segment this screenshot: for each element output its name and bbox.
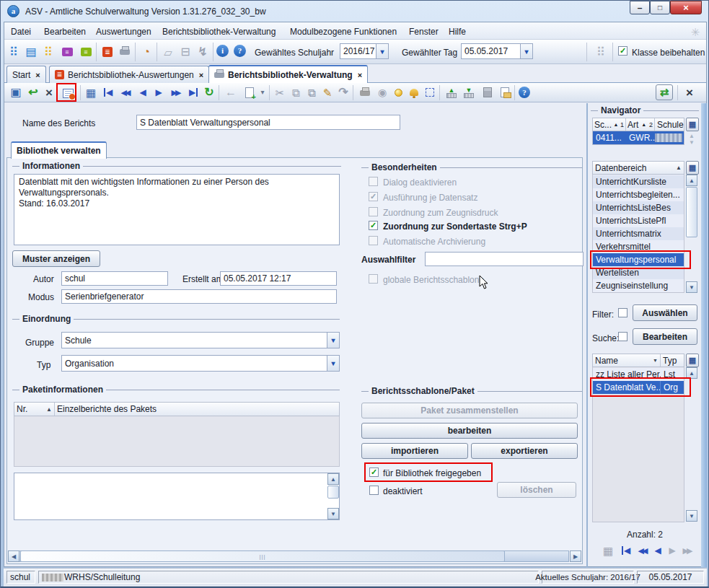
- purple-note-icon[interactable]: ≡: [58, 44, 76, 60]
- chevron-down-icon[interactable]: ▾: [376, 44, 388, 58]
- scrollbar-thumb[interactable]: [327, 486, 339, 499]
- help-icon[interactable]: ?: [234, 45, 246, 57]
- switch-view-button[interactable]: ⇄: [656, 84, 673, 100]
- school-col-art[interactable]: Art▲2: [626, 118, 655, 131]
- menu-datei[interactable]: Datei: [11, 27, 31, 37]
- green-note-icon[interactable]: ≡: [77, 44, 94, 60]
- scroll-up-button[interactable]: ▲: [327, 473, 339, 485]
- nav-rewind-icon[interactable]: ◀◀: [116, 85, 133, 100]
- window-disable-icon[interactable]: ⊟: [177, 44, 194, 60]
- reports-grid-button[interactable]: ▦: [686, 354, 699, 367]
- reports-col-typ[interactable]: Typ: [661, 354, 684, 367]
- record-rewind-icon[interactable]: ◀◀: [634, 544, 650, 557]
- gruppe-combobox[interactable]: Schule ▾: [61, 332, 340, 348]
- menu-modulbezogene-funktionen[interactable]: Modulbezogene Funktionen: [290, 27, 397, 37]
- informationen-textarea[interactable]: Datenblatt mit den wichtigsten Informati…: [14, 174, 340, 245]
- tab-berichtsbibliothek-auswertungen[interactable]: ≣ Berichtsbibliothek-Auswertungen ×: [49, 66, 209, 83]
- fuer-bibliothek-freigegeben-checkbox[interactable]: ✓: [369, 468, 379, 477]
- nav-last-icon[interactable]: ▶: [185, 85, 201, 100]
- nav-back-icon[interactable]: ◀: [135, 85, 151, 100]
- navigator-divider[interactable]: [586, 103, 588, 567]
- exportieren-button[interactable]: exportieren: [471, 443, 578, 459]
- close-icon[interactable]: ×: [199, 71, 203, 79]
- school-grid-button[interactable]: ▦: [686, 118, 699, 131]
- chevron-down-icon[interactable]: ▾: [327, 356, 339, 371]
- discard-icon[interactable]: ×: [41, 85, 57, 100]
- report-library-icon[interactable]: ≣: [99, 44, 116, 60]
- paket-col-nr[interactable]: Nr.▲: [14, 403, 55, 416]
- datenbereich-scroll-thumb[interactable]: [686, 187, 697, 237]
- nav-forward-icon[interactable]: ▶: [151, 85, 167, 100]
- auswahlfilter-input[interactable]: [425, 252, 584, 266]
- deaktiviert-checkbox[interactable]: [369, 486, 379, 495]
- scroll-down-button[interactable]: ▼: [327, 508, 339, 519]
- table-view-icon[interactable]: ▦: [83, 85, 99, 100]
- record-first-icon[interactable]: ◀: [620, 544, 633, 557]
- filter-checkbox[interactable]: [618, 308, 627, 317]
- school-col-schule[interactable]: Schule: [655, 118, 684, 131]
- datenbereich-header[interactable]: Datenbereich▲: [592, 161, 684, 175]
- scroll-left-button[interactable]: ◀: [8, 550, 19, 562]
- close-icon[interactable]: ×: [358, 71, 362, 79]
- edit-icon[interactable]: ✎: [320, 85, 335, 100]
- list-item-zeugniseinstellung[interactable]: Zeugniseinstellung: [593, 279, 684, 292]
- erstellt-am-input[interactable]: 05.05.2017 12:17: [220, 271, 337, 286]
- importieren-button[interactable]: importieren: [361, 443, 468, 459]
- menu-bearbeiten[interactable]: Bearbeiten: [44, 27, 86, 37]
- day-combobox[interactable]: 05.05.2017 ▾: [461, 43, 533, 59]
- report-row-s-datenblatt[interactable]: S Datenblatt Ve... Org: [593, 381, 684, 394]
- menu-berichtsbibliothek-verwaltung[interactable]: Berichtsbibliothek-Verwaltung: [162, 27, 276, 37]
- paket-col-einzelberichte[interactable]: Einzelberichte des Pakets: [55, 403, 339, 416]
- open-document-icon[interactable]: [497, 85, 513, 100]
- suche-checkbox[interactable]: [618, 332, 627, 341]
- report-name-input[interactable]: S Datenblatt Verwaltungspersonal: [136, 115, 400, 130]
- menu-auswertungen[interactable]: Auswertungen: [96, 27, 151, 37]
- muster-anzeigen-button[interactable]: Muster anzeigen: [12, 250, 100, 267]
- refresh-icon[interactable]: ↻: [201, 85, 217, 100]
- suche-bearbeiten-button[interactable]: Bearbeiten: [633, 328, 697, 345]
- close-pane-icon[interactable]: ×: [682, 85, 697, 100]
- import-basket-icon[interactable]: ▼: [461, 84, 477, 100]
- report-print-icon[interactable]: [116, 44, 133, 60]
- typ-combobox[interactable]: Organisation ▾: [61, 355, 340, 372]
- auswaehlen-button[interactable]: Auswählen: [633, 304, 697, 321]
- new-document-dropdown-icon[interactable]: ▾: [257, 85, 268, 100]
- school-year-combobox[interactable]: 2016/17 ▾: [340, 43, 389, 59]
- statistics-icon[interactable]: ◔: [138, 44, 155, 60]
- school-row[interactable]: 0411... GWR...: [592, 131, 684, 145]
- reports-scroll-down[interactable]: ▼: [686, 510, 697, 522]
- close-icon[interactable]: ×: [35, 71, 40, 79]
- report-row-zz-liste[interactable]: zz Liste aller Per... Lst: [593, 368, 684, 381]
- new-document-icon[interactable]: [242, 85, 257, 100]
- record-form-icon[interactable]: [60, 86, 76, 100]
- keep-class-checkbox[interactable]: ✓: [618, 46, 627, 56]
- staff-icon[interactable]: ⠿: [40, 44, 57, 60]
- chevron-down-icon[interactable]: ▾: [327, 333, 339, 348]
- maximize-button[interactable]: □: [650, 1, 670, 14]
- reports-col-name[interactable]: Name▼: [593, 354, 661, 367]
- paket-table-body[interactable]: [14, 416, 340, 467]
- export-basket-icon[interactable]: ▲: [444, 84, 459, 100]
- notes-textarea[interactable]: [14, 473, 340, 520]
- tab-start[interactable]: Start ×: [6, 66, 46, 83]
- selection-icon[interactable]: [422, 85, 438, 100]
- context-help-icon[interactable]: ?: [519, 87, 530, 98]
- datenbereich-scroll-up[interactable]: ▲: [686, 175, 697, 186]
- hscrollbar-thumb[interactable]: |||: [20, 550, 505, 562]
- datenbereich-col[interactable]: Datenbereich▲: [593, 162, 684, 174]
- subtab-bibliothek-verwalten[interactable]: Bibliothek verwalten: [11, 141, 107, 159]
- nav-first-icon[interactable]: ◀: [100, 85, 116, 100]
- menu-hilfe[interactable]: Hilfe: [449, 27, 466, 37]
- list-item-unterrichtslistebes[interactable]: UnterrichtsListeBes: [593, 201, 684, 214]
- zuordnung-sondertaste-checkbox[interactable]: ✓: [369, 221, 378, 230]
- record-back-icon[interactable]: ◀: [651, 544, 664, 557]
- students-icon[interactable]: ⠿: [5, 44, 22, 60]
- reports-scroll-up[interactable]: ▲: [686, 367, 697, 379]
- list-item-unterrichtsbegleiten[interactable]: Unterrichtsbegleiten...: [593, 188, 684, 201]
- list-item-unterrichtkursliste[interactable]: UnterrichtKursliste: [593, 175, 684, 188]
- list-item-verwaltungspersonal[interactable]: Verwaltungspersonal: [593, 253, 684, 266]
- lightbulb-icon[interactable]: [390, 85, 406, 100]
- tab-berichtsbibliothek-verwaltung[interactable]: Berichtsbibliothek-Verwaltung ×: [208, 65, 368, 83]
- school-scroll-down[interactable]: ▼: [686, 139, 697, 146]
- bearbeiten-button[interactable]: bearbeiten: [361, 423, 578, 439]
